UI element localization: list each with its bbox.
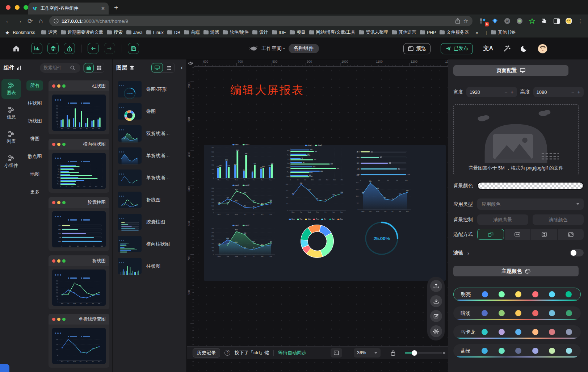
fit-stretch-button[interactable] — [558, 229, 584, 240]
sidebar-nav-item[interactable]: 信息 — [1, 103, 21, 123]
magic-wand-icon[interactable] — [503, 45, 511, 52]
unlock-icon[interactable] — [391, 350, 395, 356]
canvas-grid[interactable]: 编辑大屏报表 data1data2050100150200250300350Mo… — [194, 67, 448, 372]
grid-view-button[interactable] — [94, 63, 104, 72]
bookmark-folder[interactable]: 游戏 — [203, 29, 219, 35]
fit-width-button[interactable] — [505, 229, 531, 240]
canvas-chart-pie[interactable]: MonTueWedThuFriSatSun — [257, 217, 377, 261]
share-icon[interactable] — [455, 18, 461, 24]
layer-item[interactable]: 单折线渐… — [118, 147, 186, 164]
app-home-icon[interactable] — [12, 45, 20, 52]
zoom-slider[interactable] — [405, 352, 442, 354]
bookmark-folder[interactable]: 设计 — [252, 29, 268, 35]
fit-scale-button[interactable] — [477, 229, 504, 240]
component-card[interactable]: 单折线渐变图 050100150200MonTueWedThuFriSatSun — [49, 314, 109, 368]
search-input[interactable] — [43, 65, 69, 70]
charts-panel-toggle-button[interactable] — [31, 43, 42, 54]
zoom-level-select[interactable]: 36% — [354, 348, 381, 358]
translate-icon[interactable]: 文A — [483, 45, 493, 53]
collapse-panel-icon[interactable]: ‹ — [181, 64, 183, 71]
dark-mode-moon-icon[interactable] — [521, 45, 528, 52]
browser-tab[interactable]: 工作空间-各种组件 ✕ — [28, 3, 109, 14]
app-type-select[interactable]: 应用颜色 — [477, 198, 584, 210]
profile-avatar[interactable] — [565, 17, 572, 25]
category-item[interactable]: 折线图 — [24, 116, 46, 126]
category-item[interactable]: 散点图 — [24, 151, 46, 162]
component-card[interactable]: 横向柱状图 050100150200250300350SunSatFriThuW… — [49, 139, 109, 193]
component-card[interactable]: 折线图 050100150200250300350MonTueWedThuFri… — [49, 255, 109, 309]
theme-row[interactable]: 暗淡 — [453, 306, 581, 320]
dot-extension-icon[interactable] — [516, 17, 523, 25]
back-icon[interactable]: ← — [3, 17, 14, 25]
sidebar-nav-item[interactable]: 列表 — [1, 128, 21, 147]
bookmark-folder[interactable]: 运营 — [41, 29, 57, 35]
undo-button[interactable] — [88, 43, 99, 54]
height-value[interactable]: 1080 — [537, 89, 568, 95]
bookmarks-star-icon[interactable]: ★ — [5, 30, 10, 35]
decrease-width-button[interactable]: − — [504, 89, 507, 95]
command-extension-icon[interactable]: ⌘ — [504, 17, 511, 25]
bookmarks-label[interactable]: Bookmarks — [13, 30, 35, 35]
side-panel-icon[interactable] — [553, 17, 560, 25]
width-stepper[interactable]: 1920 − + — [466, 87, 517, 97]
layer-item[interactable]: 胶囊柱图 — [118, 214, 186, 230]
thumbnail-view-button[interactable] — [151, 63, 163, 72]
bookmark-folder[interactable]: 近期需要读的文章 — [61, 29, 103, 35]
project-name-pill[interactable]: 各种组件 — [289, 44, 319, 53]
bookmark-folder[interactable]: Java — [126, 30, 143, 35]
maximize-window-button[interactable] — [24, 5, 28, 10]
reload-icon[interactable]: ⟳ — [25, 17, 35, 25]
minimize-window-button[interactable] — [15, 5, 20, 10]
height-stepper[interactable]: 1080 − + — [533, 87, 584, 97]
width-value[interactable]: 1920 — [470, 89, 501, 95]
category-item[interactable]: 柱状图 — [24, 98, 46, 108]
layer-item[interactable]: 单折线渐… — [118, 170, 186, 186]
layer-item[interactable]: 25.00% 饼图-环形 — [118, 81, 186, 97]
window-controls[interactable] — [6, 5, 31, 11]
layers-panel-toggle-button[interactable] — [47, 43, 59, 54]
bookmarks-overflow-icon[interactable]: » — [476, 30, 478, 35]
sidebar-nav-item[interactable]: 小组件 — [1, 152, 21, 172]
help-icon[interactable]: ? — [224, 350, 230, 356]
component-card[interactable]: 胶囊柱图 厦门南阳北京上海新疆020406080100 — [49, 197, 109, 251]
bookmark-folder[interactable]: Linux — [146, 30, 164, 35]
layer-item[interactable]: 饼图 — [118, 103, 186, 120]
publish-button[interactable]: 已发布 — [441, 43, 473, 54]
canvas-chart-capsule[interactable]: 厦门20南阳40北京60上海80新疆100020406080100 — [353, 146, 412, 181]
bg-color-picker[interactable] — [477, 182, 584, 190]
address-bar[interactable]: 127.0.0.1:3000/#/chart/home/9 ☆ — [49, 16, 472, 26]
canvas-chart-ring[interactable]: 25.00% — [364, 220, 400, 256]
canvas-chart-bar[interactable]: data1data2050100150200250300350MonTueWed… — [209, 143, 276, 182]
canvas-title-component[interactable]: 编辑大屏报表 — [230, 83, 304, 98]
list-view-button[interactable] — [163, 63, 175, 72]
category-item[interactable]: 地图 — [26, 169, 43, 179]
chevron-right-icon[interactable]: › — [467, 250, 469, 256]
bookmark-folder[interactable]: 资讯未整理 — [359, 29, 388, 35]
canvas-chart-line1[interactable]: 050100150200MonTueWedThuFriSatSun1202001… — [283, 182, 347, 214]
clear-background-button[interactable]: 清除背景 — [477, 214, 528, 225]
console-panel-button[interactable] — [331, 348, 342, 358]
user-avatar[interactable] — [538, 44, 547, 54]
theme-row[interactable]: 明亮 — [453, 288, 581, 301]
category-item[interactable]: 更多 — [26, 187, 43, 197]
category-item[interactable]: 饼图 — [26, 134, 43, 144]
close-window-button[interactable] — [6, 5, 10, 10]
theme-row[interactable]: 马卡龙 — [453, 325, 581, 339]
layer-item[interactable]: 双折线渐… — [118, 125, 186, 142]
increase-height-button[interactable]: + — [578, 89, 580, 95]
slider-knob[interactable] — [412, 350, 417, 356]
bookmark-folder[interactable]: PHP — [420, 30, 436, 35]
layer-item[interactable]: 横向柱状图 — [118, 236, 186, 252]
theme-row[interactable]: 蓝绿 — [453, 344, 581, 358]
site-info-icon[interactable] — [54, 18, 59, 24]
page-config-tab[interactable]: 页面配置 — [453, 65, 568, 76]
bookmark-folder[interactable]: 前端 — [184, 29, 200, 35]
bookmark-star-icon[interactable]: ☆ — [463, 18, 468, 24]
increase-width-button[interactable]: + — [511, 89, 513, 95]
edge-notification-pill[interactable] — [0, 364, 9, 372]
bookmark-folder[interactable]: IDE — [272, 30, 286, 35]
category-item[interactable]: 所有 — [26, 80, 43, 91]
preview-button[interactable]: 预览 — [403, 43, 430, 54]
new-tab-button[interactable]: + — [114, 4, 118, 12]
tab-close-icon[interactable]: ✕ — [101, 6, 105, 11]
